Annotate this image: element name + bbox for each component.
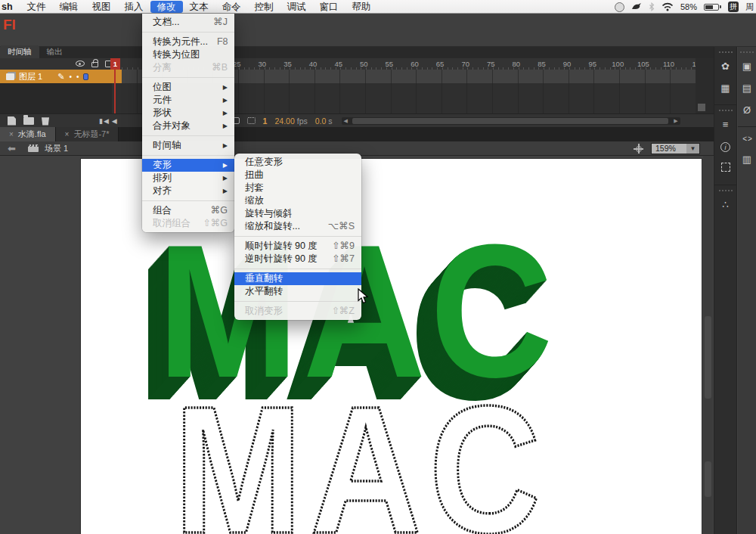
modify-menu-item-时间轴[interactable]: 时间轴▶: [142, 139, 234, 152]
library-icon[interactable]: ▤: [738, 82, 756, 94]
menubar-item-调试[interactable]: 调试: [280, 1, 313, 13]
new-folder-button[interactable]: [23, 117, 34, 125]
wifi-icon[interactable]: [662, 2, 674, 11]
app-name: sh: [0, 2, 20, 12]
transform-submenu: 任意变形扭曲封套缩放旋转与倾斜缩放和旋转...⌥⌘S顺时针旋转 90 度⇧⌘9逆…: [234, 154, 361, 320]
transform-submenu-item-逆时针旋转 90 度[interactable]: 逆时针旋转 90 度⇧⌘7: [234, 253, 361, 265]
menubar-item-修改[interactable]: 修改: [150, 1, 183, 13]
menubar-item-视图[interactable]: 视图: [85, 1, 118, 13]
delete-layer-button[interactable]: [42, 116, 49, 126]
modify-menu-item-合并对象[interactable]: 合并对象▶: [142, 120, 234, 132]
onion-skin-icon[interactable]: [247, 117, 256, 124]
bluetooth-icon[interactable]: [649, 2, 655, 11]
playback-controls[interactable]: ▮◀ ◀: [99, 117, 118, 125]
stage-vertical-scrollbar[interactable]: [703, 156, 713, 534]
playhead-frame-number[interactable]: 1: [110, 58, 120, 70]
transform-submenu-item-缩放[interactable]: 缩放: [234, 194, 361, 207]
transform-submenu-item-封套[interactable]: 封套: [234, 182, 361, 194]
modify-menu-item-组合[interactable]: 组合⌘G: [142, 204, 234, 217]
modify-menu-item-对齐[interactable]: 对齐▶: [142, 185, 234, 197]
transform-submenu-item-垂直翻转[interactable]: 垂直翻转: [234, 272, 361, 285]
submenu-arrow-icon: ▶: [223, 81, 228, 94]
tab-close-icon[interactable]: ×: [9, 130, 14, 138]
layer-visibility-dot[interactable]: •: [69, 73, 72, 81]
library-icon[interactable]: ▥: [738, 154, 756, 165]
new-layer-button[interactable]: [8, 116, 16, 126]
menubar-item-窗口[interactable]: 窗口: [313, 1, 345, 13]
transform-submenu-item-水平翻转[interactable]: 水平翻转: [234, 285, 361, 298]
modify-menu-separator: [142, 77, 234, 78]
playhead-line[interactable]: [114, 70, 116, 113]
transform-icon[interactable]: [714, 163, 736, 174]
transform-submenu-item-旋转与倾斜[interactable]: 旋转与倾斜: [234, 207, 361, 220]
layer-keyframe-cell[interactable]: [112, 70, 122, 83]
code-icon[interactable]: < >: [738, 135, 756, 143]
modify-menu-item-转换为位图[interactable]: 转换为位图: [142, 48, 234, 61]
modify-menu-item-文档[interactable]: 文档...⌘J: [142, 16, 234, 29]
transform-submenu-item-顺时针旋转 90 度[interactable]: 顺时针旋转 90 度⇧⌘9: [234, 240, 361, 253]
menubar-item-插入[interactable]: 插入: [118, 1, 150, 13]
menubar-clock[interactable]: 周: [745, 2, 754, 13]
creative-cloud-icon[interactable]: [615, 2, 624, 12]
timeline-bottom-bar: ▮◀ ◀ 1 24.00 fps 0.0 s ◀ ▶: [0, 113, 714, 127]
cube-icon[interactable]: ▣: [738, 61, 756, 72]
zoom-dropdown-arrow-icon[interactable]: ▼: [686, 144, 699, 154]
menubar-item-命令[interactable]: 命令: [215, 1, 248, 13]
modify-menu-item-元件[interactable]: 元件▶: [142, 94, 234, 107]
layer-lock-dot[interactable]: •: [76, 73, 79, 81]
menubar-item-编辑[interactable]: 编辑: [53, 1, 85, 13]
menubar-item-文件[interactable]: 文件: [20, 1, 53, 13]
input-method-badge[interactable]: 拼: [728, 2, 739, 12]
swatches-icon[interactable]: ▦: [714, 82, 736, 94]
menubar-item-控制[interactable]: 控制: [248, 1, 280, 13]
elapsed-time-value: 0.0: [315, 116, 327, 126]
submenu-arrow-icon: ▶: [223, 107, 228, 120]
timeline-horizontal-scrollbar[interactable]: ◀ ▶: [342, 117, 680, 125]
edit-symbols-crosshair-icon[interactable]: [634, 144, 643, 154]
timeline-frame-ruler[interactable]: 2530354045505560657075808590951001051101: [0, 58, 714, 70]
layer-list-empty-area: [0, 83, 112, 113]
layer-type-icon: [6, 73, 14, 80]
transform-submenu-separator: [234, 301, 361, 302]
info-icon[interactable]: i: [714, 141, 736, 152]
tab-close-icon[interactable]: ×: [65, 130, 70, 138]
document-tab-水滴.fla[interactable]: ×水滴.fla: [0, 127, 56, 141]
battery-nub: [720, 5, 721, 8]
brush-dots-icon[interactable]: ∴: [714, 199, 736, 210]
bird-icon[interactable]: [631, 2, 642, 11]
modify-menu-separator: [142, 32, 234, 33]
frame-rate-value[interactable]: 24.00: [274, 116, 294, 126]
layer-row[interactable]: 图层 1 ✎ • •: [0, 70, 112, 83]
document-tab-label: 水滴.fla: [18, 129, 46, 140]
align-icon[interactable]: ≡: [714, 119, 736, 130]
document-tab-无标题-7*[interactable]: ×无标题-7*: [56, 127, 119, 141]
modify-menu-item-变形[interactable]: 变形▶: [142, 159, 234, 172]
menubar-item-帮助[interactable]: 帮助: [345, 1, 378, 13]
timeline-panel-tab-输出[interactable]: 输出: [39, 45, 70, 58]
panel-dock-secondary: ▣▤Ø< >▥: [738, 47, 756, 534]
layer-outline-color-swatch[interactable]: [83, 73, 88, 80]
layer-name[interactable]: 图层 1: [19, 71, 42, 82]
menubar-item-文本[interactable]: 文本: [183, 1, 215, 13]
scene-label[interactable]: 场景 1: [45, 143, 68, 154]
timeline-panel-tab-时间轴[interactable]: 时间轴: [0, 45, 39, 58]
submenu-arrow-icon: ▶: [223, 159, 228, 172]
modify-menu-separator: [142, 155, 234, 156]
modify-menu-item-排列[interactable]: 排列▶: [142, 172, 234, 185]
frame-rate-unit: fps: [297, 116, 308, 126]
stage-zoom-value[interactable]: 159%: [652, 144, 686, 154]
timeline-vertical-scrollbar[interactable]: [696, 58, 714, 113]
transform-submenu-item-扭曲[interactable]: 扭曲: [234, 169, 361, 182]
transform-submenu-item-缩放和旋转[interactable]: 缩放和旋转...⌥⌘S: [234, 220, 361, 233]
elapsed-time-unit: s: [328, 116, 332, 126]
stage-zoom-select[interactable]: 159% ▼: [651, 143, 700, 154]
back-arrow-icon[interactable]: ⬅: [8, 143, 16, 154]
modify-menu-item-取消组合: 取消组合⇧⌘G: [142, 217, 234, 230]
modify-menu-item-形状[interactable]: 形状▶: [142, 107, 234, 120]
modify-menu-item-位图[interactable]: 位图▶: [142, 81, 234, 94]
transform-submenu-item-任意变形[interactable]: 任意变形: [234, 156, 361, 169]
palette-icon[interactable]: ✿: [714, 61, 736, 72]
battery-percent: 58%: [680, 2, 697, 11]
kuler-icon[interactable]: Ø: [738, 104, 756, 116]
modify-menu-item-转换为元件[interactable]: 转换为元件...F8: [142, 36, 234, 48]
